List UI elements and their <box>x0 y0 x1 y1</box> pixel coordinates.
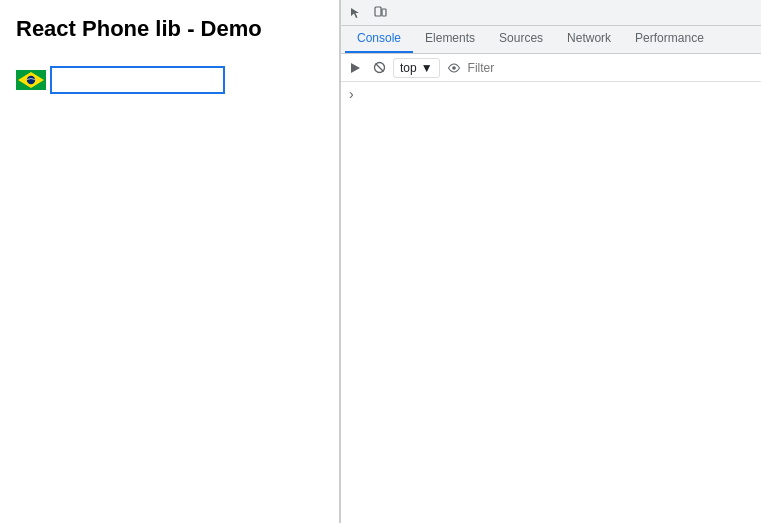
context-value: top <box>400 61 417 75</box>
inspect-element-button[interactable] <box>345 2 367 24</box>
devtools-tabs: Console Elements Sources Network Perform… <box>341 26 761 54</box>
svg-rect-3 <box>375 7 381 16</box>
browser-page: React Phone lib - Demo <box>0 0 340 523</box>
svg-marker-5 <box>351 63 360 73</box>
brazil-flag-icon <box>16 70 46 90</box>
console-filter-input[interactable] <box>468 61 757 75</box>
tab-elements[interactable]: Elements <box>413 25 487 53</box>
devtools-top-toolbar <box>341 0 761 26</box>
svg-line-7 <box>375 64 383 72</box>
console-play-button[interactable] <box>345 58 365 78</box>
console-toolbar: top ▼ <box>341 54 761 82</box>
console-eye-icon[interactable] <box>444 58 464 78</box>
svg-rect-4 <box>382 9 386 16</box>
tab-performance[interactable]: Performance <box>623 25 716 53</box>
svg-point-2 <box>27 76 35 84</box>
filter-section <box>468 61 757 75</box>
console-clear-button[interactable] <box>369 58 389 78</box>
context-arrow: ▼ <box>421 61 433 75</box>
console-expand-arrow[interactable]: › <box>349 86 354 102</box>
tab-sources[interactable]: Sources <box>487 25 555 53</box>
console-content: › <box>341 82 761 523</box>
phone-input[interactable] <box>50 66 225 94</box>
page-title: React Phone lib - Demo <box>16 16 323 42</box>
tab-network[interactable]: Network <box>555 25 623 53</box>
context-selector[interactable]: top ▼ <box>393 58 440 78</box>
devtools-panel: Console Elements Sources Network Perform… <box>340 0 761 523</box>
device-toolbar-button[interactable] <box>369 2 391 24</box>
svg-point-8 <box>452 66 456 70</box>
tab-console[interactable]: Console <box>345 25 413 53</box>
phone-input-row <box>16 66 323 94</box>
